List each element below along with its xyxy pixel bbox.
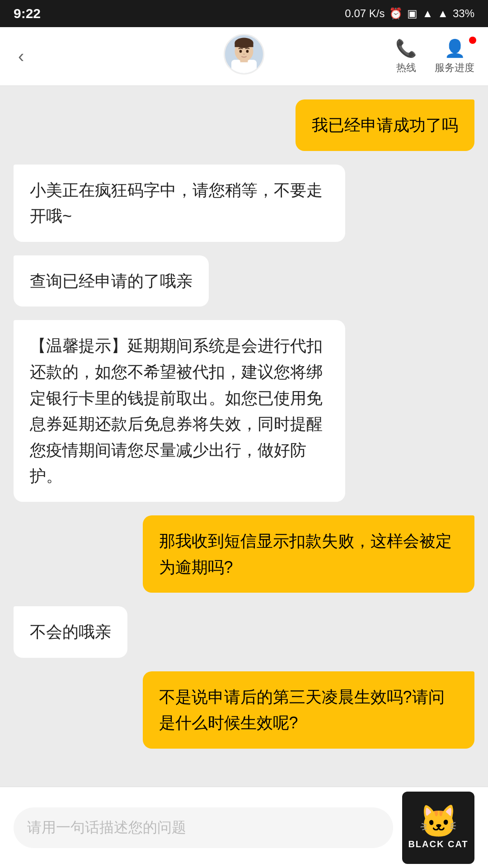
logo-text: BLACK CAT bbox=[408, 839, 468, 849]
message-row: 不是说申请后的第三天凌晨生效吗?请问是什么时候生效呢? bbox=[14, 671, 474, 749]
status-time: 9:22 bbox=[14, 6, 41, 21]
back-button[interactable]: ‹ bbox=[14, 42, 28, 71]
message-row: 不会的哦亲 bbox=[14, 606, 474, 658]
phone-icon: 📞 bbox=[395, 38, 417, 58]
message-row: 小美正在疯狂码字中，请您稍等，不要走开哦~ bbox=[14, 165, 474, 242]
hotline-button[interactable]: 📞 热线 bbox=[395, 38, 417, 75]
svg-rect-5 bbox=[235, 43, 253, 47]
black-cat-logo: 🐱 BLACK CAT bbox=[402, 792, 474, 864]
cat-icon: 🐱 bbox=[419, 806, 458, 837]
agent-bubble: 【温馨提示】延期期间系统是会进行代扣还款的，如您不希望被代扣，建议您将绑定银行卡… bbox=[14, 320, 345, 502]
message-row: 查询已经申请的了哦亲 bbox=[14, 255, 474, 307]
wifi-icon: ▲ bbox=[422, 7, 433, 20]
sim-icon: ▣ bbox=[407, 7, 418, 20]
alarm-icon: ⏰ bbox=[389, 7, 403, 20]
message-row: 那我收到短信显示扣款失败，这样会被定为逾期吗? bbox=[14, 515, 474, 593]
message-input[interactable]: 请用一句话描述您的问题 bbox=[14, 807, 393, 848]
chat-header: ‹ 📞 热线 bbox=[0, 27, 488, 86]
hotline-label: 热线 bbox=[396, 61, 416, 75]
agent-bubble: 小美正在疯狂码字中，请您稍等，不要走开哦~ bbox=[14, 165, 345, 242]
progress-icon: 👤 bbox=[444, 38, 465, 58]
badge-dot bbox=[469, 37, 476, 44]
status-right: 0.07 K/s ⏰ ▣ ▲ ▲ 33% bbox=[345, 7, 474, 20]
bottom-bar: 请用一句话描述您的问题 🐱 BLACK CAT bbox=[0, 787, 488, 868]
network-speed: 0.07 K/s bbox=[345, 7, 385, 20]
status-bar: 9:22 0.07 K/s ⏰ ▣ ▲ ▲ 33% bbox=[0, 0, 488, 27]
svg-point-6 bbox=[239, 50, 242, 53]
battery: 33% bbox=[453, 7, 474, 20]
message-row: 我已经申请成功了吗 bbox=[14, 99, 474, 151]
user-bubble: 我已经申请成功了吗 bbox=[296, 99, 474, 151]
signal-icon: ▲ bbox=[437, 7, 448, 20]
progress-button[interactable]: 👤 服务进度 bbox=[435, 38, 474, 75]
chat-area: 我已经申请成功了吗小美正在疯狂码字中，请您稍等，不要走开哦~查询已经申请的了哦亲… bbox=[0, 86, 488, 839]
agent-avatar bbox=[224, 34, 264, 75]
svg-point-7 bbox=[246, 50, 249, 53]
header-actions: 📞 热线 👤 服务进度 bbox=[395, 38, 474, 75]
input-placeholder: 请用一句话描述您的问题 bbox=[27, 818, 186, 838]
user-bubble: 不是说申请后的第三天凌晨生效吗?请问是什么时候生效呢? bbox=[143, 671, 474, 749]
agent-bubble: 查询已经申请的了哦亲 bbox=[14, 255, 209, 307]
user-bubble: 那我收到短信显示扣款失败，这样会被定为逾期吗? bbox=[143, 515, 474, 593]
progress-label: 服务进度 bbox=[435, 61, 474, 75]
message-row: 【温馨提示】延期期间系统是会进行代扣还款的，如您不希望被代扣，建议您将绑定银行卡… bbox=[14, 320, 474, 502]
agent-bubble: 不会的哦亲 bbox=[14, 606, 127, 658]
